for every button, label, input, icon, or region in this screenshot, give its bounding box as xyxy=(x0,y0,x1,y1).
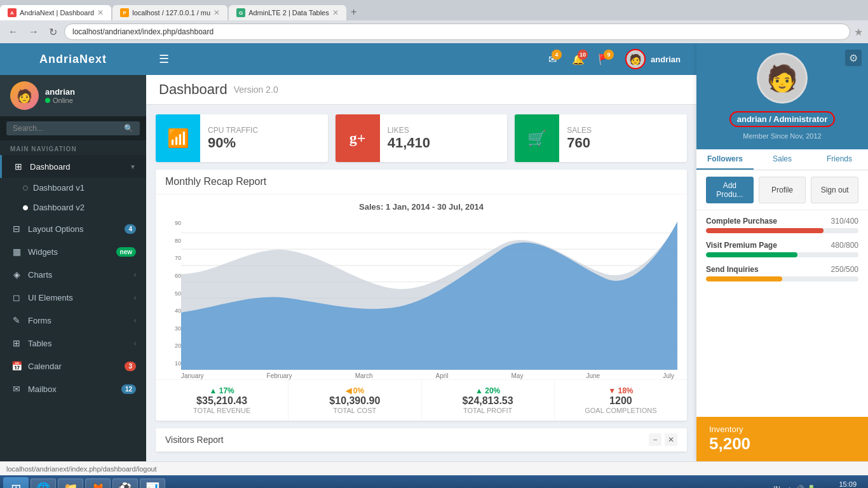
visitors-title: Visitors Report xyxy=(165,435,224,445)
avatar-image: 🧑 xyxy=(10,81,39,110)
bell-badge: 10 xyxy=(578,50,588,60)
premium-progress-bar xyxy=(706,252,858,257)
tab-sales[interactable]: Sales xyxy=(754,149,811,170)
gear-icon[interactable]: ⚙ xyxy=(845,50,862,66)
x-label-jul: July xyxy=(663,372,674,379)
tab-andrianext[interactable]: A AndriaNext | Dashboard ✕ xyxy=(0,5,111,20)
monthly-report-header: Monthly Recap Report xyxy=(156,170,687,194)
sidebar-item-dashboard-v1[interactable]: Dashboard v1 xyxy=(0,178,146,198)
monthly-report-title: Monthly Recap Report xyxy=(165,176,266,187)
inventory-box: Inventory 5,200 xyxy=(696,417,868,461)
tab-close-3[interactable]: ✕ xyxy=(332,8,339,17)
sidebar-item-dashboard-v2[interactable]: Dashboard v2 xyxy=(0,198,146,217)
sidebar-item-label-forms: Forms xyxy=(28,316,129,325)
flag-badge: 9 xyxy=(604,50,614,60)
back-button[interactable]: ← xyxy=(5,25,22,39)
sidebar-item-forms[interactable]: ✎ Forms ‹ xyxy=(0,309,146,332)
sidebar-item-charts[interactable]: ◈ Charts ‹ xyxy=(0,263,146,286)
y-label-10: 10 xyxy=(165,360,181,367)
taskbar-explorer[interactable]: 📁 xyxy=(58,478,83,488)
x-label-mar: March xyxy=(355,372,373,379)
profile-action-buttons: Add Produ... Profile Sign out xyxy=(696,170,868,210)
sidebar-item-dashboard[interactable]: ⊞ Dashboard ▼ xyxy=(0,155,146,178)
page-version: Version 2.0 xyxy=(234,85,278,95)
sidebar-item-mailbox[interactable]: ✉ Mailbox 12 xyxy=(0,377,146,400)
taskbar-ie[interactable]: 🌐 xyxy=(31,478,56,488)
address-bar[interactable] xyxy=(64,24,850,40)
bell-icon-button[interactable]: 🔔 10 xyxy=(567,48,590,71)
mailbox-icon: ✉ xyxy=(10,384,23,394)
new-tab-button[interactable]: + xyxy=(348,6,360,18)
monthly-report-box: Monthly Recap Report Sales: 1 Jan, 2014 … xyxy=(156,170,687,421)
charts-icon: ◈ xyxy=(10,269,23,280)
likes-label: Likes xyxy=(388,126,430,135)
tray-language: IN xyxy=(770,485,783,488)
sidebar-item-label-v2: Dashboard v2 xyxy=(33,203,85,212)
profile-header: 🧑 andrian / Administrator Member Since N… xyxy=(696,43,868,149)
flag-icon-button[interactable]: 🚩 9 xyxy=(593,48,616,71)
sidebar-item-layout[interactable]: ⊟ Layout Options 4 xyxy=(0,217,146,240)
main-area: ☰ ✉ 4 🔔 10 🚩 9 🧑 xyxy=(146,43,868,461)
tab-followers[interactable]: Followers xyxy=(696,149,754,170)
mailbox-badge: 12 xyxy=(121,384,136,394)
search-icon: 🔍 xyxy=(124,124,133,133)
taskbar: ⊞ 🌐 📁 🦊 ⚽ 📊 IN ▲ 🔊 🔋 15:09 14/03/2015 xyxy=(0,475,868,488)
chevron-right-icon-forms: ‹ xyxy=(134,317,136,324)
tab-pma[interactable]: P localhost / 127.0.0.1 / mu ✕ xyxy=(112,5,227,20)
taskbar-firefox[interactable]: 🦊 xyxy=(85,478,111,488)
tab-friends[interactable]: Friends xyxy=(811,149,868,170)
header-username: andrian xyxy=(651,55,681,64)
forward-button[interactable]: → xyxy=(25,25,42,39)
refresh-button[interactable]: ↻ xyxy=(46,25,60,39)
sidebar-item-ui[interactable]: ◻ UI Elements ‹ xyxy=(0,286,146,309)
clock-time: 15:09 xyxy=(822,480,857,488)
bookmark-icon[interactable]: ★ xyxy=(854,26,863,38)
premium-value: 480/800 xyxy=(831,241,858,250)
search-input[interactable] xyxy=(13,124,120,133)
sidebar-item-widgets[interactable]: ▦ Widgets new xyxy=(0,240,146,263)
profile-username: andrian / Administrator xyxy=(737,114,828,124)
tab-close-2[interactable]: ✕ xyxy=(214,8,220,17)
cost-change: ◀ 0% xyxy=(298,386,411,395)
sign-out-button[interactable]: Sign out xyxy=(811,177,858,203)
tab-label-1: AndriaNext | Dashboard xyxy=(20,9,94,17)
tab-adminlte[interactable]: G AdminLTE 2 | Data Tables ✕ xyxy=(229,5,346,20)
cpu-label: CPU Traffic xyxy=(208,126,258,135)
close-button[interactable]: ✕ xyxy=(665,433,677,446)
visitors-header: Visitors Report − ✕ xyxy=(156,428,687,452)
tab-label-3: AdminLTE 2 | Data Tables xyxy=(248,9,329,17)
tab-close-1[interactable]: ✕ xyxy=(97,8,104,17)
system-clock: 15:09 14/03/2015 xyxy=(818,480,860,488)
profile-button[interactable]: Profile xyxy=(759,177,806,203)
widgets-icon: ▦ xyxy=(10,247,23,257)
status-label: Online xyxy=(53,97,73,104)
inquiries-fill xyxy=(706,276,782,281)
header-user-menu[interactable]: 🧑 andrian xyxy=(619,46,687,72)
taskbar-app5[interactable]: 📊 xyxy=(140,478,165,488)
inventory-label: Inventory xyxy=(709,424,855,434)
taskbar-chrome[interactable]: ⚽ xyxy=(112,478,138,488)
tray-volume-icon: 🔊 xyxy=(796,485,804,489)
status-online-dot xyxy=(45,98,50,103)
info-box-cpu-content: CPU Traffic 90% xyxy=(200,114,266,162)
brand-title: AndriaNext xyxy=(39,53,107,66)
sidebar-toggle[interactable]: ☰ xyxy=(156,49,172,69)
minimize-button[interactable]: − xyxy=(649,433,661,446)
sidebar-item-label-v1: Dashboard v1 xyxy=(33,183,85,193)
header-avatar: 🧑 xyxy=(625,49,646,69)
content-header: Dashboard Version 2.0 xyxy=(146,75,696,105)
sidebar-item-tables[interactable]: ⊞ Tables ‹ xyxy=(0,332,146,355)
tab-label-2: localhost / 127.0.0.1 / mu xyxy=(132,9,210,17)
sidebar-user-panel: 🧑 andrian Online xyxy=(0,75,146,116)
sidebar-brand[interactable]: AndriaNext xyxy=(0,43,146,75)
purchase-progress-bar xyxy=(706,228,858,233)
add-product-button[interactable]: Add Produ... xyxy=(706,177,754,203)
mail-icon-button[interactable]: ✉ 4 xyxy=(541,48,564,71)
profit-value: $24,813.53 xyxy=(431,395,545,407)
profile-name-role-box: andrian / Administrator xyxy=(729,111,836,127)
revenue-change: ▲ 17% xyxy=(165,386,278,395)
sidebar-item-calendar[interactable]: 📅 Calendar 3 xyxy=(0,355,146,377)
stat-revenue: ▲ 17% $35,210.43 TOTAL REVENUE xyxy=(156,380,288,421)
tray-network-icon: ▲ xyxy=(786,485,793,488)
start-button[interactable]: ⊞ xyxy=(3,477,29,488)
